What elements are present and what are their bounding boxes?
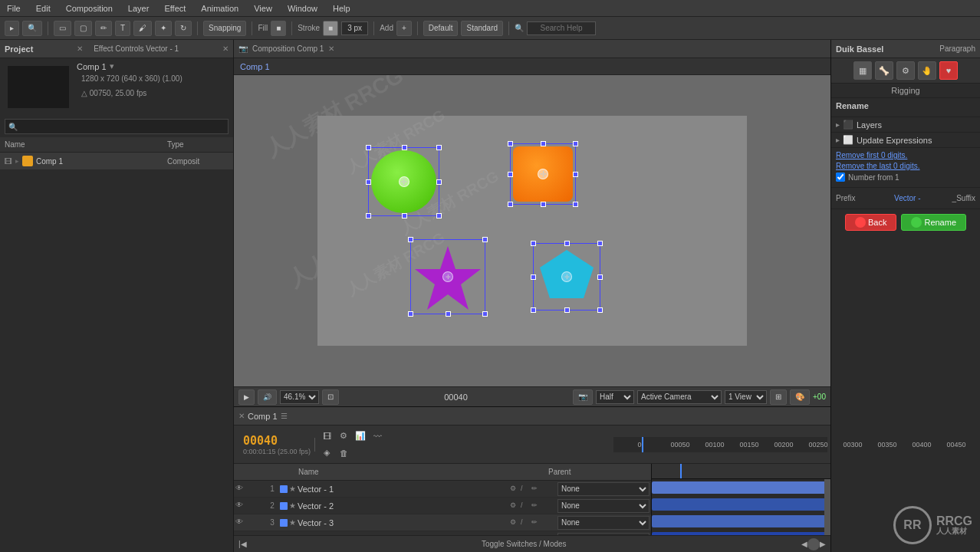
tool-brush[interactable]: 🖌 xyxy=(133,21,152,36)
menu-view[interactable]: View xyxy=(250,4,276,13)
project-search-input[interactable] xyxy=(18,123,225,131)
penta-handle-tl[interactable] xyxy=(531,241,536,246)
rp-tool-red[interactable]: ♥ xyxy=(939,61,958,80)
paragraph-tab[interactable]: Paragraph xyxy=(939,44,975,53)
layer2-parent[interactable]: None xyxy=(557,499,649,513)
rp-tool-link[interactable]: ⚙ xyxy=(896,61,915,80)
project-panel-close[interactable]: ✕ xyxy=(77,44,83,53)
layer2-sw1[interactable]: ⚙ xyxy=(510,501,519,511)
layer3-sw3[interactable]: ✏ xyxy=(531,518,541,527)
rect-handle-tm[interactable] xyxy=(541,141,546,146)
rp-ue-expand[interactable]: ▸ xyxy=(836,136,840,144)
star-handle-tl[interactable] xyxy=(408,237,413,242)
canvas-fit-btn[interactable]: ⊡ xyxy=(322,389,339,405)
breadcrumb-comp1[interactable]: Comp 1 xyxy=(240,62,270,71)
canvas-zoom-select[interactable]: 46.1% xyxy=(280,390,319,404)
rect-handle-tr[interactable] xyxy=(573,141,578,146)
rp-remove-first-link[interactable]: Remove first 0 digits. xyxy=(836,151,907,159)
canvas-audio-btn[interactable]: 🔊 xyxy=(258,389,277,405)
rp-back-button[interactable]: Back xyxy=(845,214,896,231)
penta-handle-bl[interactable] xyxy=(531,307,536,313)
layer1-sw2[interactable]: / xyxy=(521,485,530,494)
timeline-nav-right[interactable]: ▶ xyxy=(820,540,826,548)
rp-remove-last-link[interactable]: Remove the last 0 digits. xyxy=(836,162,920,170)
canvas-color-btn[interactable]: 🎨 xyxy=(790,389,810,405)
timeline-playhead[interactable] xyxy=(642,437,643,452)
canvas-camera-btn[interactable]: 📷 xyxy=(573,389,593,405)
rp-tool-bone[interactable]: 🦴 xyxy=(875,61,893,80)
star-handle-bm[interactable] xyxy=(446,311,451,317)
table-row[interactable]: 👁 1 ★ Vector - 1 ⚙ / ✏ xyxy=(234,481,651,498)
tool-stamp[interactable]: ✦ xyxy=(155,21,172,36)
tool-rounded-rect[interactable]: ▢ xyxy=(74,21,92,36)
layer3-sw1[interactable]: ⚙ xyxy=(510,518,519,527)
effect-controls-close[interactable]: ✕ xyxy=(222,44,229,53)
timeline-tracks-area[interactable] xyxy=(652,464,830,535)
layer1-star[interactable]: ★ xyxy=(289,485,296,493)
rect-handle-tl[interactable] xyxy=(508,141,513,146)
timeline-menu-icon[interactable]: ☰ xyxy=(281,412,288,420)
shape-pentagon-container[interactable]: ✛ xyxy=(536,246,597,307)
canvas-resolution-select[interactable]: Half xyxy=(596,390,634,404)
layer1-eye[interactable]: 👁 xyxy=(235,484,246,495)
snapping-btn[interactable]: Snapping xyxy=(203,21,246,36)
penta-handle-tr[interactable] xyxy=(597,241,603,246)
menu-window[interactable]: Window xyxy=(284,4,321,13)
rect-handle-ml[interactable] xyxy=(508,172,513,177)
penta-handle-bm[interactable] xyxy=(564,307,570,313)
layer1-sw1[interactable]: ⚙ xyxy=(510,485,519,494)
search-input[interactable] xyxy=(527,21,596,35)
add-btn[interactable]: + xyxy=(396,21,412,36)
rp-rename-button[interactable]: Rename xyxy=(901,214,966,231)
default-btn[interactable]: Default xyxy=(423,21,459,36)
tool-pen[interactable]: ✏ xyxy=(95,21,112,36)
timeline-go-start[interactable]: |◀ xyxy=(238,540,247,548)
handle-br[interactable] xyxy=(436,213,442,219)
composition-canvas[interactable]: 人人素材 RRCG 人人素材 RRCG 人人素材 RRCG ✛ xyxy=(317,116,747,346)
tool-search[interactable]: 🔍 xyxy=(22,21,42,36)
layer3-sw2[interactable]: / xyxy=(521,518,530,527)
playhead-dot[interactable] xyxy=(807,538,820,550)
rect-handle-mr[interactable] xyxy=(573,172,578,177)
menu-effect[interactable]: Effect xyxy=(160,4,189,13)
shape-star-container[interactable]: ✛ xyxy=(413,242,482,311)
tl-motion-btn[interactable]: 〰 xyxy=(370,429,385,444)
rp-layers-expand[interactable]: ▸ xyxy=(836,120,840,129)
tool-arrow[interactable]: ▸ xyxy=(5,21,19,36)
tl-marker-btn[interactable]: ◈ xyxy=(319,445,334,461)
rp-tool-ikfk[interactable]: 🤚 xyxy=(918,61,936,80)
penta-handle-tm[interactable] xyxy=(564,241,570,246)
canvas-view-select[interactable]: Active Camera xyxy=(637,390,722,404)
stroke-color[interactable]: ■ xyxy=(323,21,338,36)
track-playhead[interactable] xyxy=(680,464,682,478)
layer3-parent[interactable]: None xyxy=(557,516,649,530)
rp-tool-layers[interactable]: ▦ xyxy=(853,61,872,80)
handle-tr[interactable] xyxy=(436,145,442,150)
rp-number-from-checkbox[interactable] xyxy=(836,172,845,182)
handle-tm[interactable] xyxy=(402,145,407,150)
comp-dropdown-icon[interactable]: ▾ xyxy=(110,61,114,71)
track-layer3[interactable] xyxy=(652,513,830,530)
canvas-area[interactable]: 人人素材 RRCG 人人素材 RRCG 人人素材 RRCG 人人素材 RRCG … xyxy=(234,75,830,386)
timeline-close-icon[interactable]: ✕ xyxy=(238,412,245,420)
layer2-eye[interactable]: 👁 xyxy=(235,501,246,511)
tl-graph-btn[interactable]: 📊 xyxy=(353,429,368,444)
menu-animation[interactable]: Animation xyxy=(197,4,242,13)
table-row[interactable]: 👁 3 ★ Vector - 3 ⚙ / ✏ xyxy=(234,514,651,531)
handle-bl[interactable] xyxy=(366,213,371,219)
star-handle-tr[interactable] xyxy=(482,237,488,242)
track-layer4[interactable] xyxy=(652,530,830,535)
shape-circle-container[interactable]: ✛ xyxy=(371,150,436,213)
menu-edit[interactable]: Edit xyxy=(32,4,54,13)
layer2-star[interactable]: ★ xyxy=(289,501,296,510)
project-item-comp1[interactable]: 🎞 ▸ Comp 1 Composit xyxy=(0,153,233,169)
layer3-parent-select[interactable]: None xyxy=(557,516,649,530)
rect-handle-bl[interactable] xyxy=(508,202,513,207)
tl-solo-btn[interactable]: ⚙ xyxy=(336,429,351,444)
canvas-grid-btn[interactable]: ⊞ xyxy=(770,389,787,405)
menu-file[interactable]: File xyxy=(3,4,25,13)
table-row[interactable]: 👁 2 ★ Vector - 2 ⚙ / ✏ xyxy=(234,498,651,514)
fill-color[interactable]: ■ xyxy=(271,21,286,36)
toggle-switches-label[interactable]: Toggle Switches / Modes xyxy=(482,540,567,548)
tool-text[interactable]: T xyxy=(115,21,130,36)
